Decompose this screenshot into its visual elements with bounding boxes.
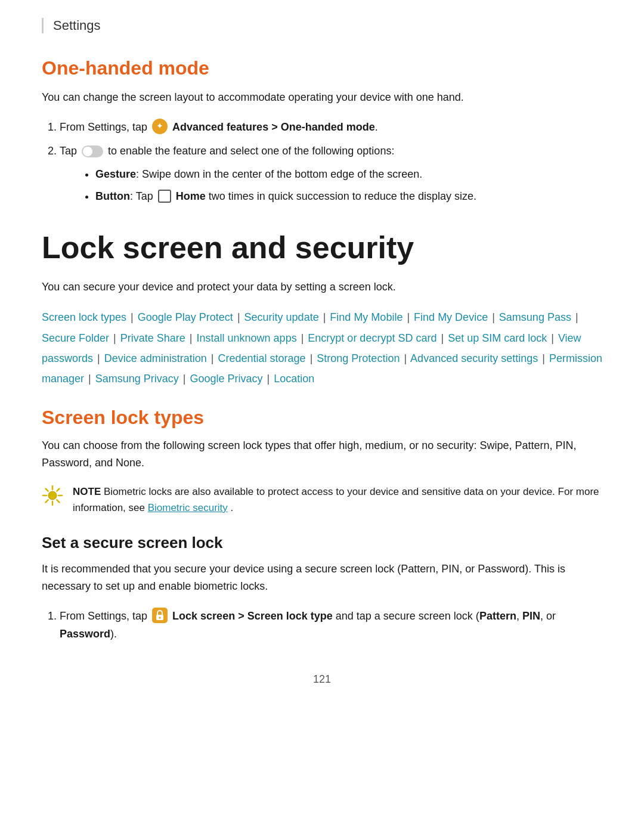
step-1-period: .	[375, 121, 378, 133]
one-handed-mode-steps: From Settings, tap Advanced features > O…	[42, 118, 602, 205]
step-1-bold-text: Advanced features > One-handed mode	[172, 121, 375, 133]
lock-icon-svg	[155, 610, 165, 621]
step-2-text-after: to enable the feature and select one of …	[108, 145, 394, 157]
link-install-unknown-apps[interactable]: Install unknown apps	[197, 332, 297, 344]
bullet-gesture: Gesture: Swipe down in the center of the…	[95, 165, 602, 184]
set-secure-step-1-bold: Lock screen > Screen lock type	[172, 610, 333, 622]
screen-lock-types-title: Screen lock types	[42, 407, 602, 429]
pin-label: PIN	[522, 610, 540, 622]
page-header-title: Settings	[53, 18, 101, 33]
sep-16: |	[539, 352, 545, 364]
link-sim-card-lock[interactable]: Set up SIM card lock	[448, 332, 547, 344]
sep-8: |	[187, 332, 193, 344]
home-icon	[158, 190, 171, 203]
lock-screen-icon	[152, 608, 168, 623]
sep-14: |	[307, 352, 313, 364]
link-find-my-device[interactable]: Find My Device	[414, 311, 488, 323]
svg-line-6	[57, 500, 59, 502]
link-location[interactable]: Location	[274, 373, 314, 385]
link-samsung-pass[interactable]: Samsung Pass	[499, 311, 571, 323]
bullet-button: Button: Tap Home two times in quick succ…	[95, 187, 602, 206]
sep-18: |	[180, 373, 186, 385]
sep-13: |	[208, 352, 214, 364]
note-label: NOTE	[73, 486, 104, 497]
screen-lock-types-intro: You can choose from the following screen…	[42, 437, 602, 472]
note-icon-svg	[42, 485, 63, 506]
sep-10: |	[438, 332, 444, 344]
sep-6: |	[572, 311, 578, 323]
page-header: Settings	[42, 18, 602, 33]
step-1-text-before: From Settings, tap	[60, 121, 150, 133]
sep-9: |	[298, 332, 304, 344]
sep-1: |	[128, 311, 134, 323]
link-advanced-security-settings[interactable]: Advanced security settings	[410, 352, 538, 364]
page-container: Settings One-handed mode You can change …	[0, 0, 644, 833]
link-credential-storage[interactable]: Credential storage	[218, 352, 306, 364]
set-secure-step-1: From Settings, tap Lock screen > Screen …	[60, 607, 602, 643]
link-encrypt-sd-card[interactable]: Encrypt or decrypt SD card	[308, 332, 436, 344]
home-label: Home	[176, 190, 206, 202]
note-sun-icon	[42, 485, 63, 506]
note-content: NOTE Biometric locks are also available …	[73, 484, 602, 516]
svg-line-8	[46, 500, 48, 502]
bullet-list: Gesture: Swipe down in the center of the…	[60, 165, 602, 205]
set-secure-step-1-before: From Settings, tap	[60, 610, 150, 622]
link-find-my-mobile[interactable]: Find My Mobile	[330, 311, 402, 323]
links-block: Screen lock types | Google Play Protect …	[42, 307, 602, 389]
set-secure-lock-title: Set a secure screen lock	[42, 534, 602, 552]
step-1: From Settings, tap Advanced features > O…	[60, 118, 602, 137]
toggle-icon	[82, 145, 103, 157]
page-number: 121	[42, 673, 602, 686]
step-2-text-before: Tap	[60, 145, 80, 157]
set-secure-lock-intro: It is recommended that you secure your d…	[42, 561, 602, 595]
advanced-features-icon	[152, 119, 168, 134]
link-biometric-security[interactable]: Biometric security	[148, 502, 228, 513]
note-box: NOTE Biometric locks are also available …	[42, 484, 602, 516]
note-text-after: .	[231, 502, 234, 513]
sep-12: |	[94, 352, 100, 364]
sep-11: |	[548, 332, 554, 344]
sep-7: |	[110, 332, 116, 344]
sep-15: |	[401, 352, 407, 364]
link-secure-folder[interactable]: Secure Folder	[42, 332, 109, 344]
button-label: Button	[95, 190, 130, 202]
sep-3: |	[320, 311, 326, 323]
gesture-label: Gesture	[95, 168, 136, 180]
button-text-before: : Tap	[130, 190, 156, 202]
sep-5: |	[489, 311, 495, 323]
link-security-update[interactable]: Security update	[244, 311, 319, 323]
svg-point-0	[48, 491, 57, 500]
one-handed-mode-title: One-handed mode	[42, 57, 602, 79]
set-secure-lock-steps: From Settings, tap Lock screen > Screen …	[42, 607, 602, 643]
link-google-privacy[interactable]: Google Privacy	[190, 373, 263, 385]
sep-2: |	[234, 311, 240, 323]
sep-19: |	[264, 373, 270, 385]
link-screen-lock-types[interactable]: Screen lock types	[42, 311, 126, 323]
svg-point-10	[159, 617, 161, 618]
link-strong-protection[interactable]: Strong Protection	[317, 352, 400, 364]
sep-17: |	[85, 373, 91, 385]
link-google-play-protect[interactable]: Google Play Protect	[138, 311, 233, 323]
link-device-administration[interactable]: Device administration	[104, 352, 207, 364]
lock-screen-main-title: Lock screen and security	[42, 229, 602, 266]
lock-screen-intro: You can secure your device and protect y…	[42, 278, 602, 296]
gesture-text: : Swipe down in the center of the bottom…	[136, 168, 422, 180]
svg-line-5	[46, 488, 48, 491]
svg-line-7	[57, 488, 59, 491]
button-text-after: two times in quick succession to reduce …	[206, 190, 476, 202]
password-label: Password	[60, 628, 110, 640]
step-2: Tap to enable the feature and select one…	[60, 142, 602, 205]
link-private-share[interactable]: Private Share	[120, 332, 185, 344]
one-handed-mode-intro: You can change the screen layout to acco…	[42, 89, 602, 106]
sep-4: |	[404, 311, 410, 323]
pattern-label: Pattern	[479, 610, 516, 622]
link-samsung-privacy[interactable]: Samsung Privacy	[95, 373, 179, 385]
